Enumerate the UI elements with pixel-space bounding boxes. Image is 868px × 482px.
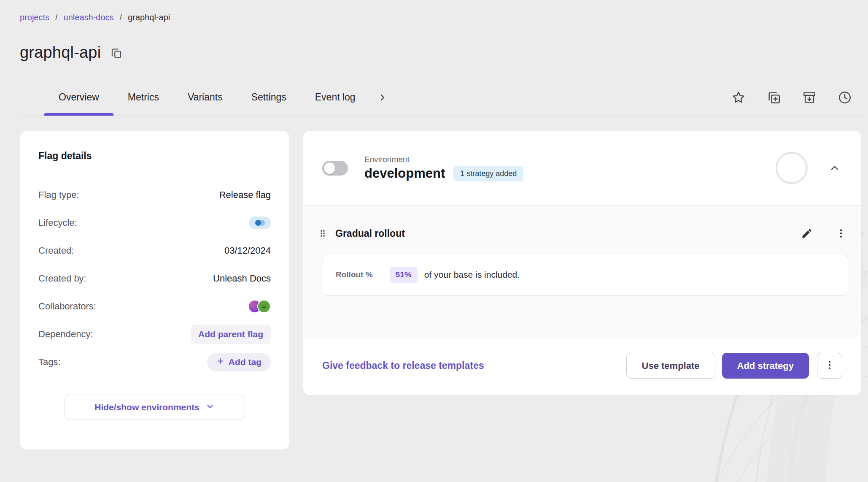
add-tag-button[interactable]: Add tag (207, 353, 271, 371)
created-by-label: Created by: (38, 273, 86, 284)
kebab-icon (836, 228, 846, 239)
feedback-link[interactable]: Give feedback to release templates (322, 360, 484, 371)
lifecycle-stage-icon[interactable] (249, 217, 271, 229)
copy-icon (110, 46, 123, 59)
created-value: 03/12/2024 (224, 245, 271, 256)
environment-card: Environment development 1 strategy added (303, 131, 861, 395)
dependency-label: Dependency: (38, 329, 93, 340)
created-by-row: Created by: Unleash Docs (38, 265, 271, 292)
drag-handle-icon[interactable] (316, 227, 329, 240)
hide-show-environments-button[interactable]: Hide/show environments (65, 395, 245, 420)
content: projects / unleash-docs / graphql-api gr… (0, 0, 868, 450)
environment-footer: Give feedback to release templates Use t… (303, 336, 861, 395)
kebab-icon (824, 360, 835, 372)
lifecycle-label: Lifecycle: (38, 217, 77, 228)
add-parent-flag-button[interactable]: Add parent flag (191, 325, 271, 344)
environment-name: development (364, 166, 445, 181)
tab-settings[interactable]: Settings (237, 79, 301, 115)
tab-list: Overview Metrics Variants Settings Event… (44, 79, 389, 115)
strategy-section: Gradual rollout (303, 206, 861, 336)
flag-details-title: Flag details (38, 150, 271, 162)
tab-event-log[interactable]: Event log (301, 79, 370, 115)
collaborators-label: Collaborators: (38, 301, 96, 312)
avatar (257, 300, 271, 313)
environment-text: Environment development 1 strategy added (364, 155, 523, 181)
add-tag-label: Add tag (229, 357, 261, 367)
add-strategy-button[interactable]: Add strategy (722, 353, 809, 379)
rollout-description: of your base is included. (424, 270, 520, 280)
hide-show-label: Hide/show environments (94, 402, 199, 412)
tabs-overflow-button[interactable] (376, 91, 389, 104)
archive-flag-button[interactable] (801, 89, 818, 106)
collaborator-avatars[interactable] (248, 300, 271, 313)
strategy-header: Gradual rollout (316, 226, 848, 241)
toggle-knob (324, 162, 335, 174)
breadcrumb-current: graphql-api (128, 13, 170, 22)
breadcrumb-link-unleash-docs[interactable]: unleash-docs (64, 13, 114, 22)
tabs-row: Overview Metrics Variants Settings Event… (20, 79, 861, 116)
breadcrumb: projects / unleash-docs / graphql-api (20, 0, 861, 22)
created-row: Created: 03/12/2024 (38, 237, 271, 265)
flag-type-label: Flag type: (38, 190, 79, 200)
strategy-actions (799, 226, 848, 241)
star-icon (731, 90, 746, 105)
rollout-percentage-badge: 51% (390, 267, 418, 283)
header-actions (730, 79, 861, 115)
environment-footer-actions: Use template Add strategy (626, 353, 842, 379)
main-area: Flag details Flag type: Release flag Lif… (20, 131, 861, 450)
flag-type-value: Release flag (219, 190, 271, 200)
breadcrumb-link-projects[interactable]: projects (20, 13, 49, 22)
created-label: Created: (38, 245, 74, 256)
clone-flag-button[interactable] (765, 89, 783, 106)
breadcrumb-separator: / (120, 13, 122, 22)
chevron-right-icon (377, 92, 388, 103)
use-template-button[interactable]: Use template (626, 353, 715, 379)
plus-icon (216, 357, 224, 367)
tab-variants[interactable]: Variants (173, 79, 237, 115)
flag-details-card: Flag details Flag type: Release flag Lif… (20, 131, 289, 450)
tags-label: Tags: (38, 357, 61, 368)
created-by-value: Unleash Docs (213, 273, 271, 284)
title-row: graphql-api (20, 43, 861, 62)
chevron-down-icon (205, 402, 215, 413)
edit-strategy-button[interactable] (799, 226, 814, 241)
rollout-label: Rollout % (336, 270, 373, 279)
collaborators-row: Collaborators: (38, 292, 271, 320)
page-title: graphql-api (20, 43, 101, 62)
rollout-card: Rollout % 51% of your base is included. (323, 254, 848, 296)
favorite-button[interactable] (730, 89, 747, 106)
strategy-menu-button[interactable] (834, 226, 848, 241)
lifecycle-row: Lifecycle: (38, 209, 271, 237)
collapse-environment-button[interactable] (827, 160, 842, 176)
tab-metrics[interactable]: Metrics (113, 79, 173, 115)
exposure-donut (776, 152, 808, 184)
environment-label: Environment (364, 155, 523, 164)
environment-footer-menu-button[interactable] (817, 353, 842, 379)
archive-icon (802, 90, 817, 105)
chevron-up-icon (829, 162, 841, 174)
copy-flag-name-button[interactable] (108, 45, 124, 61)
breadcrumb-separator: / (55, 13, 58, 22)
history-button[interactable] (836, 89, 854, 106)
strategy-count-badge: 1 strategy added (453, 166, 523, 181)
flag-type-row: Flag type: Release flag (38, 181, 271, 209)
environment-toggle[interactable] (322, 161, 348, 176)
tags-row: Tags: Add tag (38, 348, 271, 376)
environment-header-right (776, 152, 842, 184)
page: projects / unleash-docs / graphql-api gr… (0, 0, 868, 482)
environment-header: Environment development 1 strategy added (303, 131, 861, 205)
tab-overview[interactable]: Overview (44, 79, 113, 115)
strategy-title: Gradual rollout (335, 228, 405, 239)
pencil-icon (801, 227, 813, 239)
copy-plus-icon (767, 90, 781, 105)
dependency-row: Dependency: Add parent flag (38, 320, 271, 348)
clock-icon (838, 90, 852, 105)
